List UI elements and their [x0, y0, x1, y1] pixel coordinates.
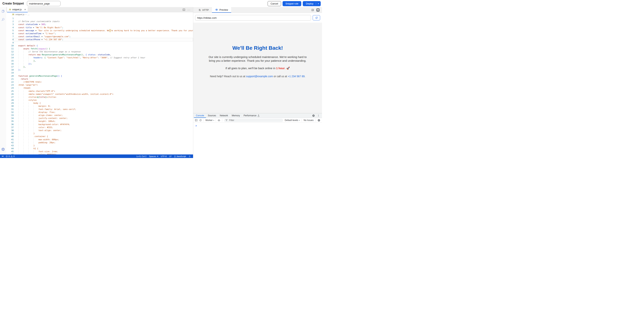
maintenance-page: We'll Be Right Back! Our site is current… — [207, 45, 308, 78]
indentation[interactable]: Spaces: 4 — [149, 155, 158, 157]
toolbar-divider — [204, 119, 204, 122]
snippet-name-input[interactable] — [27, 1, 60, 6]
chevron-down-icon: ▾ — [318, 3, 319, 5]
console-filter[interactable] — [224, 119, 283, 122]
devtools-console: Console Sources Network Memory Performan… — [193, 113, 322, 158]
tab-http[interactable]: HTTP — [195, 7, 212, 13]
eol-sequence[interactable]: LF — [169, 155, 172, 157]
bell-icon[interactable] — [188, 155, 191, 157]
warning-count: 0 — [14, 155, 14, 157]
devtools-settings-gear-icon[interactable] — [312, 114, 315, 117]
console-prompt: > — [196, 125, 197, 127]
console-output[interactable]: > — [193, 123, 322, 158]
deploy-button-label[interactable]: Deploy — [303, 2, 316, 5]
deploy-button[interactable]: Deploy ▾ — [303, 1, 321, 6]
live-expression-eye-icon[interactable] — [218, 119, 220, 122]
eta-suffix: . — [285, 67, 286, 70]
execution-context-select[interactable]: Worker ▾ — [206, 119, 214, 122]
code-editor[interactable]: 12// Define your customizable inputs3con… — [6, 17, 193, 154]
snippet-rule-button[interactable]: Snippet rule — [282, 1, 301, 6]
split-editor-icon[interactable] — [182, 9, 185, 11]
problems-indicator[interactable]: 0 0 — [6, 155, 14, 157]
editor-workspace: JS snippet.js ✕ ··· JS snippet.js › … 12… — [0, 7, 193, 158]
status-bar: >< 0 0 Ln 8, Col 2 Spaces: 4 UTF-8 LF {}… — [0, 154, 193, 158]
chevron-down-icon: ▾ — [213, 120, 214, 121]
tab-preview-label: Preview — [220, 9, 228, 11]
tab-console[interactable]: Console — [194, 113, 206, 118]
preview-url-input[interactable] — [195, 15, 311, 21]
code-lines: 12// Define your customizable inputs3con… — [6, 17, 193, 154]
breadcrumb-chevron-icon: › — [26, 13, 26, 16]
url-row — [193, 13, 322, 23]
toolbar-divider — [316, 119, 316, 122]
discord-icon[interactable] — [316, 9, 320, 12]
devtools-tabbar-actions: ⋮ — [312, 114, 322, 117]
help-prefix: Need help? Reach out to us at — [210, 75, 246, 78]
remote-indicator-icon[interactable]: >< — [2, 155, 4, 157]
warning-icon — [10, 155, 13, 157]
maintenance-eta: If all goes to plan, we'll be back onlin… — [207, 67, 308, 70]
language-mode[interactable]: {} JavaScript — [174, 155, 186, 157]
support-email-link[interactable]: support@example.com — [246, 75, 273, 78]
eta-value: 1 hour — [276, 67, 285, 70]
help-mid: or call us at — [273, 75, 288, 78]
console-toolbar: Worker ▾ Default levels ▾ — [193, 118, 322, 123]
preview-viewport: We'll Be Right Back! Our site is current… — [193, 23, 322, 113]
tab-network-label: Network — [220, 114, 228, 117]
eye-icon — [215, 8, 218, 11]
close-icon[interactable]: ✕ — [24, 9, 26, 11]
kebab-menu-icon[interactable]: ⋮ — [317, 114, 320, 117]
tab-label: snippet.js — [12, 8, 22, 11]
tab-performance-label: Performance — [244, 114, 256, 117]
maintenance-help: Need help? Reach out to us at support@ex… — [207, 75, 308, 78]
tab-network[interactable]: Network — [218, 113, 230, 118]
devtools-tabbar: Console Sources Network Memory Performan… — [193, 113, 322, 118]
encoding[interactable]: UTF-8 — [161, 155, 166, 157]
language-label: JavaScript — [176, 155, 186, 157]
tab-memory[interactable]: Memory — [230, 113, 242, 118]
swap-arrows-icon — [198, 9, 201, 12]
console-toolbar-right: Default levels ▾ No Issues — [285, 119, 320, 122]
search-icon[interactable] — [1, 18, 5, 22]
maintenance-title: We'll Be Right Back! — [207, 45, 308, 51]
clear-console-icon[interactable] — [199, 119, 202, 122]
tab-console-label: Console — [196, 114, 204, 117]
breadcrumb-file[interactable]: snippet.js — [15, 13, 24, 16]
docs-book-icon[interactable] — [311, 9, 314, 12]
console-settings-gear-icon[interactable] — [318, 119, 320, 122]
files-icon[interactable] — [1, 9, 5, 13]
tab-performance[interactable]: Performance — [242, 113, 262, 118]
settings-gear-icon[interactable] — [1, 147, 5, 151]
phone-link[interactable]: +1 234 567 89 — [288, 75, 304, 78]
issues-counter[interactable]: No Issues — [304, 119, 314, 122]
top-header: Create Snippet Cancel Snippet rule Deplo… — [0, 0, 322, 7]
tab-sources-label: Sources — [208, 114, 216, 117]
help-suffix: . — [304, 75, 305, 78]
cancel-button[interactable]: Cancel — [268, 1, 281, 6]
tab-preview[interactable]: Preview — [212, 7, 231, 13]
header-actions: Cancel Snippet rule Deploy ▾ — [268, 1, 322, 6]
log-levels-label: Default levels — [285, 119, 298, 122]
log-levels-select[interactable]: Default levels ▾ — [285, 119, 300, 122]
funnel-icon — [226, 119, 228, 121]
filter-input[interactable] — [229, 119, 282, 122]
preview-tabbar: HTTP Preview — [193, 7, 322, 13]
preview-panel-actions — [311, 7, 322, 13]
deploy-dropdown-button[interactable]: ▾ — [316, 3, 321, 5]
breadcrumb-more[interactable]: … — [28, 13, 30, 16]
cursor-position[interactable]: Ln 8, Col 2 — [136, 155, 146, 157]
rocket-emoji: 🚀 — [286, 67, 290, 70]
refresh-button[interactable] — [313, 15, 320, 20]
tab-memory-label: Memory — [232, 114, 240, 117]
breadcrumb[interactable]: JS snippet.js › … — [6, 12, 193, 17]
flask-icon — [257, 114, 260, 117]
console-sidebar-toggle-icon[interactable] — [195, 119, 198, 122]
create-snippet-window: Create Snippet Cancel Snippet rule Deplo… — [0, 0, 322, 158]
tab-snippet-js[interactable]: JS snippet.js ✕ — [7, 7, 28, 12]
javascript-file-icon: JS — [12, 14, 14, 16]
toolbar-divider — [222, 119, 222, 122]
more-actions-icon[interactable]: ··· — [188, 9, 190, 11]
tab-sources[interactable]: Sources — [206, 113, 218, 118]
error-count: 0 — [8, 155, 10, 157]
statusbar-left: >< 0 0 — [0, 155, 14, 157]
